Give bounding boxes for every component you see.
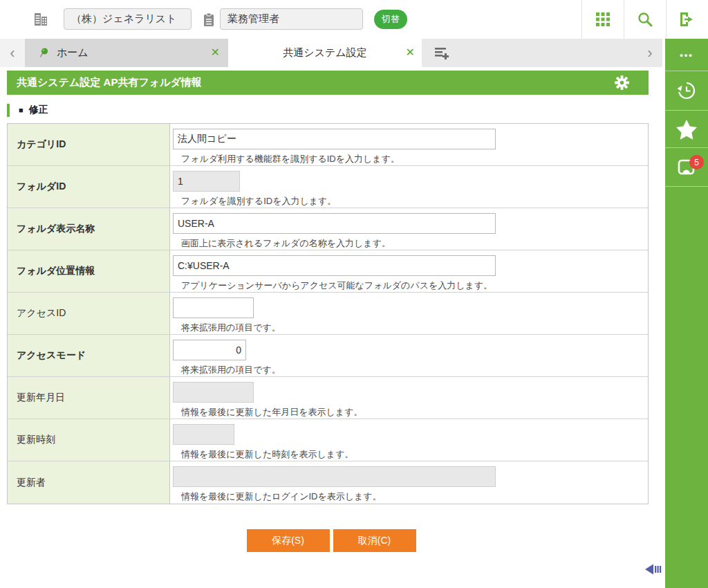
field-label: カテゴリID: [17, 138, 66, 151]
history-icon: [676, 80, 697, 101]
gear-icon[interactable]: [615, 75, 629, 90]
action-buttons: 保存(S) 取消(C): [0, 529, 662, 552]
app-window: 切替: [0, 0, 708, 588]
field-help: フォルダを識別するIDを入力します。: [181, 195, 648, 208]
field-help: 画面上に表示されるフォルダの名称を入力します。: [181, 237, 648, 250]
field-input: [173, 382, 254, 403]
field-help: アプリケーションサーバからアクセス可能なフォルダのパスを入力します。: [181, 279, 648, 292]
field-input[interactable]: [173, 255, 496, 276]
field-label: アクセスモード: [17, 349, 86, 362]
tab-common-system-settings[interactable]: 共通システム設定 ✕: [228, 39, 422, 67]
search-icon: [637, 11, 653, 28]
search-button[interactable]: [624, 0, 666, 39]
field-label: フォルダID: [17, 181, 66, 193]
field-help: フォルダ利用する機能群を識別するIDを入力します。: [181, 153, 648, 165]
tab-list-add-icon: [434, 46, 451, 61]
field-input[interactable]: [173, 213, 496, 234]
field-label: フォルダ表示名称: [17, 223, 95, 235]
form-row: アクセスID 将来拡張用の項目です。: [8, 293, 648, 335]
tab-scroll-left[interactable]: ‹: [0, 39, 25, 67]
top-header: 切替: [0, 0, 708, 39]
sidebar-favorites-button[interactable]: [665, 111, 708, 148]
tab-scroll-right[interactable]: ›: [640, 39, 660, 67]
sidebar-more-button[interactable]: •••: [665, 39, 708, 71]
form-row: 更新年月日 情報を最後に更新した年月日を表示します。: [8, 377, 648, 419]
section-accent-bar: [7, 104, 10, 117]
form-row: フォルダ表示名称 画面上に表示されるフォルダの名称を入力します。: [8, 208, 648, 250]
field-label: 更新年月日: [17, 392, 65, 404]
tab-settings-close-icon[interactable]: ✕: [406, 46, 415, 59]
tab-bar: ‹ ホーム ✕ 共通システム設定 ✕: [0, 39, 662, 67]
form-row: フォルダID フォルダを識別するIDを入力します。: [8, 166, 648, 208]
field-help: 情報を最後に更新したログインIDを表示します。: [181, 490, 648, 503]
role-input[interactable]: [220, 8, 363, 30]
ellipsis-icon: •••: [680, 50, 693, 60]
field-input: [173, 171, 240, 192]
building-icon: [32, 11, 48, 27]
add-tab-button[interactable]: [434, 39, 451, 67]
notification-badge: 5: [689, 155, 704, 169]
form-row: フォルダ位置情報 アプリケーションサーバからアクセス可能なフォルダのパスを入力し…: [8, 250, 648, 293]
section-marker: ■: [19, 106, 24, 114]
field-input: [173, 424, 234, 445]
switch-button[interactable]: 切替: [374, 10, 407, 29]
form-row: 更新者 情報を最後に更新したログインIDを表示します。: [8, 461, 648, 504]
star-icon: [676, 119, 698, 140]
section-header: ■ 修正: [7, 103, 48, 117]
pin-icon: [39, 47, 50, 59]
form-row: カテゴリID フォルダ利用する機能群を識別するIDを入力します。: [8, 124, 648, 166]
tab-home-label: ホーム: [57, 46, 88, 59]
sidebar-clipboard-stack-button[interactable]: 5: [665, 148, 708, 187]
logout-button[interactable]: [666, 0, 708, 39]
sidebar-history-button[interactable]: [665, 71, 708, 111]
company-input[interactable]: [64, 8, 192, 30]
collapse-panel-arrow-icon[interactable]: [644, 562, 662, 577]
form-row: 更新時刻 情報を最後に更新した時刻を表示します。: [8, 419, 648, 461]
field-label: 更新時刻: [17, 434, 55, 446]
right-sidebar: •••: [665, 39, 708, 588]
form-row: アクセスモード 将来拡張用の項目です。: [8, 335, 648, 377]
field-label: アクセスID: [17, 307, 66, 320]
page-title: 共通システム設定 AP共有フォルダ情報: [17, 76, 202, 89]
main-content: 共通システム設定 AP共有フォルダ情報: [0, 67, 662, 588]
field-input[interactable]: [173, 340, 246, 360]
save-button[interactable]: 保存(S): [247, 529, 330, 552]
apps-grid-button[interactable]: [581, 0, 624, 39]
tab-home-close-icon[interactable]: ✕: [211, 46, 220, 59]
grid-icon: [595, 12, 611, 27]
field-input[interactable]: [173, 129, 496, 149]
field-input[interactable]: [173, 297, 254, 318]
page-title-bar: 共通システム設定 AP共有フォルダ情報: [7, 71, 649, 95]
field-input: [173, 466, 496, 487]
field-help: 将来拡張用の項目です。: [181, 364, 648, 376]
clipboard-icon: [203, 12, 215, 27]
field-help: 情報を最後に更新した年月日を表示します。: [181, 406, 648, 419]
tab-settings-label: 共通システム設定: [283, 46, 366, 59]
form-table: カテゴリID フォルダ利用する機能群を識別するIDを入力します。 フォルダID …: [7, 123, 649, 504]
logout-icon: [678, 11, 696, 28]
field-help: 将来拡張用の項目です。: [181, 322, 648, 334]
field-help: 情報を最後に更新した時刻を表示します。: [181, 448, 648, 461]
field-label: フォルダ位置情報: [17, 265, 95, 277]
field-label: 更新者: [17, 477, 46, 489]
header-actions: [581, 0, 708, 39]
cancel-button[interactable]: 取消(C): [333, 529, 416, 552]
tab-home[interactable]: ホーム ✕: [25, 39, 228, 67]
section-title: 修正: [29, 104, 48, 116]
